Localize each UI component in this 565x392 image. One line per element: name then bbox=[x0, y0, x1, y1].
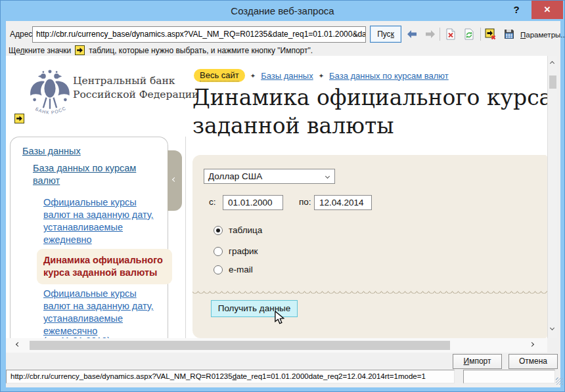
wavy-divider bbox=[192, 291, 547, 295]
breadcrumb-whole-site[interactable]: Весь сайт bbox=[194, 69, 245, 82]
back-icon[interactable] bbox=[406, 28, 418, 40]
radio-icon bbox=[214, 247, 223, 256]
forward-icon[interactable] bbox=[424, 28, 436, 40]
web-query-dialog: Создание веб-запроса ? ✕ Адрес: http://c… bbox=[0, 0, 565, 392]
currency-form-panel: Доллар США с: 01.01.2000 по: 12.04.2014 … bbox=[192, 155, 547, 338]
mouse-cursor bbox=[274, 311, 286, 324]
scroll-down-icon[interactable] bbox=[550, 326, 554, 330]
table-select-icon[interactable] bbox=[14, 114, 24, 123]
date-from-input[interactable]: 01.01.2000 bbox=[223, 195, 283, 210]
horizontal-scrollbar[interactable] bbox=[6, 338, 547, 353]
toolbar-separator bbox=[480, 28, 481, 41]
refresh-icon[interactable] bbox=[463, 28, 475, 40]
status-bar-secondary bbox=[463, 370, 555, 383]
scroll-up-icon[interactable] bbox=[550, 61, 554, 66]
breadcrumb: Весь сайт ✦ Базы данных ✦ База данных по… bbox=[194, 68, 449, 83]
horizontal-scroll-thumb[interactable] bbox=[30, 341, 450, 350]
radio-chart[interactable]: график bbox=[214, 246, 258, 256]
sidebar: Базы данных База данных по курсам валют … bbox=[10, 137, 168, 338]
dialog-title: Создание веб-запроса bbox=[1, 5, 564, 16]
radio-selected-icon bbox=[214, 226, 223, 235]
column-divider bbox=[185, 137, 186, 338]
radio-email[interactable]: e-mail bbox=[214, 265, 253, 274]
help-button[interactable]: ? bbox=[509, 4, 524, 18]
close-button[interactable]: ✕ bbox=[531, 1, 563, 19]
radio-table[interactable]: таблица bbox=[214, 225, 262, 235]
address-input[interactable]: http://cbr.ru/currency_base/dynamics.asp… bbox=[32, 26, 366, 43]
parameters-button[interactable]: Параметры... bbox=[520, 31, 565, 39]
diamond-icon: ✦ bbox=[250, 72, 256, 79]
go-button[interactable]: Пуск bbox=[370, 26, 401, 43]
chevron-down-icon bbox=[325, 174, 330, 179]
radio-icon bbox=[214, 265, 223, 274]
vertical-scrollbar[interactable] bbox=[547, 56, 557, 338]
toolbar-separator bbox=[440, 28, 440, 41]
cancel-button[interactable]: Отмена bbox=[508, 354, 558, 369]
sidebar-link-currency-db[interactable]: База данных по курсам валют bbox=[33, 162, 151, 187]
vertical-scroll-thumb[interactable] bbox=[549, 76, 556, 89]
diamond-icon: ✦ bbox=[319, 72, 324, 79]
sidebar-current-item[interactable]: Динамика официального курса заданной вал… bbox=[37, 249, 172, 284]
scroll-right-icon[interactable] bbox=[530, 342, 534, 347]
date-to-input[interactable]: 12.04.2014 bbox=[314, 195, 372, 210]
address-label: Адрес: bbox=[10, 30, 35, 39]
page-title: Динамика официального курса заданной вал… bbox=[192, 83, 547, 140]
breadcrumb-databases-link[interactable]: Базы данных bbox=[261, 71, 313, 81]
web-page-view: БАНК РОССИИ Центральный банк Российской … bbox=[6, 56, 547, 338]
resize-grip[interactable] bbox=[556, 378, 563, 385]
stop-icon[interactable] bbox=[445, 28, 457, 40]
sidebar-collapse-tab[interactable] bbox=[168, 150, 182, 211]
chevron-left-icon bbox=[172, 177, 177, 182]
table-select-icon bbox=[75, 45, 85, 55]
cbr-logo-text: Центральный банк Российской Федерации bbox=[73, 74, 198, 102]
sidebar-link-monthly-rates[interactable]: Официальные курсы валют на заданную дату… bbox=[43, 288, 166, 338]
toggle-icons-icon[interactable] bbox=[485, 28, 497, 40]
sidebar-link-databases[interactable]: Базы данных bbox=[22, 145, 81, 158]
instruction-text: Щелкните значки таблиц, которые нужно вы… bbox=[9, 45, 313, 55]
currency-select[interactable]: Доллар США bbox=[204, 169, 335, 184]
date-from-label: с: bbox=[209, 197, 216, 207]
save-query-icon[interactable] bbox=[503, 28, 515, 40]
sidebar-link-daily-rates[interactable]: Официальные курсы валют на заданную дату… bbox=[43, 196, 166, 246]
import-button[interactable]: Импорт bbox=[453, 354, 502, 369]
date-to-label: по: bbox=[299, 197, 311, 207]
cbr-logo-eagle: БАНК РОССИИ bbox=[24, 66, 76, 123]
breadcrumb-currency-db-link[interactable]: База данных по курсам валют bbox=[329, 71, 449, 81]
scroll-left-icon[interactable] bbox=[16, 342, 20, 347]
status-bar-url: http://cbr.ru/currency_base/dynamics.asp… bbox=[6, 370, 455, 383]
